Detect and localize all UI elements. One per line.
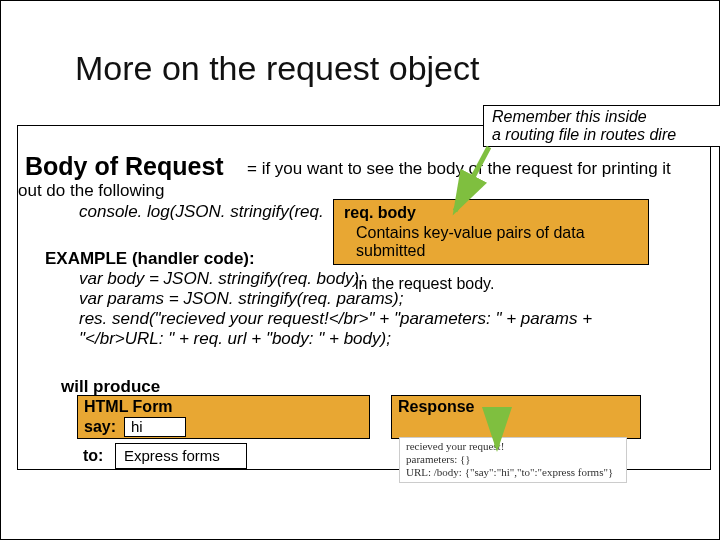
- code-line-3: res. send("recieved your request!</br>" …: [79, 309, 592, 329]
- console-log-line: console. log(JSON. stringify(req.: [79, 202, 324, 222]
- response-output: recieved your request! parameters: {} UR…: [399, 437, 627, 483]
- body-of-request-desc: = if you want to see the body of the req…: [247, 159, 671, 179]
- will-produce-label: will produce: [61, 377, 160, 397]
- response-line-1: recieved your request!: [406, 440, 504, 452]
- body-of-request-heading: Body of Request: [25, 152, 224, 181]
- to-input[interactable]: Express forms: [115, 443, 247, 469]
- to-label: to:: [83, 447, 103, 465]
- remember-note: Remember this inside a routing file in r…: [483, 105, 720, 147]
- callout-line-2: Contains key-value pairs of data: [356, 224, 585, 242]
- response-box: Response: [391, 395, 641, 439]
- slide-title: More on the request object: [75, 49, 479, 88]
- response-header: Response: [398, 398, 474, 416]
- note-line-1: Remember this inside: [492, 108, 647, 126]
- note-line-2: a routing file in routes dire: [492, 126, 676, 144]
- slide: More on the request object Remember this…: [0, 0, 720, 540]
- code-line-1: var body = JSON. stringify(req. body);: [79, 269, 364, 289]
- response-line-2: parameters: {}: [406, 453, 471, 465]
- out-line: out do the following: [18, 181, 165, 201]
- form-header: HTML Form: [84, 398, 173, 416]
- callout-heading: req. body: [344, 204, 416, 222]
- to-input-value: Express forms: [124, 447, 220, 464]
- callout-line-3: submitted: [356, 242, 425, 260]
- code-line-4: "</br>URL: " + req. url + "body: " + bod…: [79, 329, 391, 349]
- say-label: say:: [84, 418, 116, 436]
- say-input-value: hi: [131, 418, 143, 435]
- html-form-box: HTML Form say: hi: [77, 395, 370, 439]
- req-body-callout: req. body Contains key-value pairs of da…: [333, 199, 649, 265]
- say-input[interactable]: hi: [124, 417, 186, 437]
- example-label: EXAMPLE (handler code):: [45, 249, 255, 269]
- in-the-request-body-text: in the request body.: [355, 275, 494, 293]
- response-line-3: URL: /body: {"say":"hi","to":"express fo…: [406, 466, 613, 478]
